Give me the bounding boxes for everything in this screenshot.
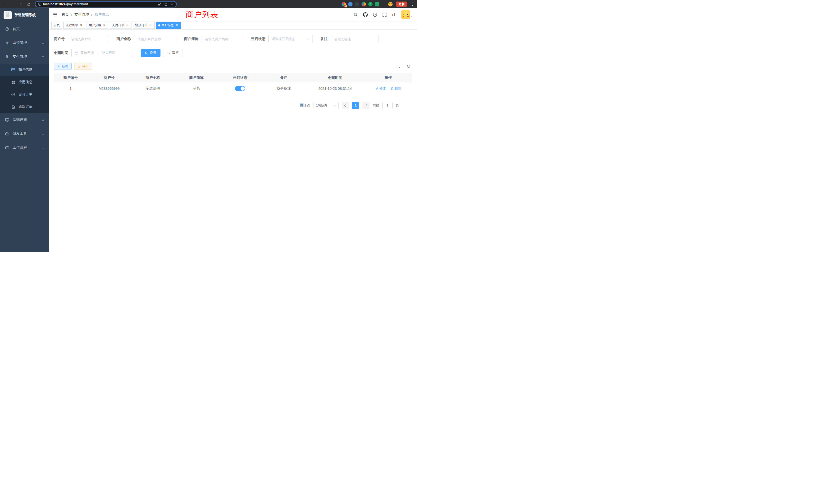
gear-icon	[5, 41, 9, 45]
grid-icon	[11, 80, 16, 84]
merchant-no-input[interactable]	[71, 37, 106, 41]
status-toggle[interactable]	[235, 86, 245, 91]
sidebar-item-payment[interactable]: ¥ 支付管理	[0, 50, 49, 64]
page-content: 商户号 商户全称 商户简称	[49, 30, 417, 252]
extension-translate-icon[interactable]	[361, 2, 366, 6]
extension-check-icon[interactable]	[368, 2, 373, 6]
help-icon[interactable]	[373, 13, 377, 17]
refresh-icon[interactable]	[405, 63, 412, 70]
tab-home[interactable]: 首页	[51, 22, 62, 29]
cell-full-name: 芋道源码	[131, 82, 175, 95]
tags-view-bar: 首页 流程表单× 用户分组× 支付订单× 退款订单× 商户信息×	[49, 21, 417, 30]
sidebar-item-workflow[interactable]: 工作流程	[0, 141, 49, 155]
delete-button[interactable]: 删除	[391, 86, 401, 91]
short-name-input[interactable]	[205, 37, 240, 41]
sidebar-item-merchant-info[interactable]: 商户信息	[0, 64, 49, 76]
close-icon[interactable]: ×	[126, 24, 129, 27]
merchant-table: 商户编号 商户号 商户全称 商户简称 开启状态 备注 创建时间 操作 1 M23…	[54, 73, 412, 95]
status-select[interactable]: 请选择开启状态	[268, 35, 313, 43]
sidebar-item-pay-order[interactable]: 支付订单	[0, 88, 49, 100]
tab-merchant-info[interactable]: 商户信息×	[156, 22, 181, 29]
user-avatar[interactable]	[401, 10, 413, 19]
close-icon[interactable]: ×	[79, 24, 83, 27]
browser-update-button[interactable]: 更新	[396, 2, 407, 7]
address-bar[interactable]: localhost:1024/pay/merchant ☆	[35, 1, 177, 7]
filter-row-2: 创建时间 开始日期 - 结束日期 搜索 重置	[54, 49, 412, 57]
extension-note-icon[interactable]	[375, 2, 379, 6]
url-path: /pay/merchant	[66, 2, 88, 6]
col-full-name: 商户全称	[131, 73, 175, 82]
share-icon[interactable]	[164, 2, 168, 6]
close-icon[interactable]: ×	[103, 24, 106, 27]
extension-monkey-icon[interactable]	[381, 2, 386, 6]
forward-icon[interactable]: →	[10, 1, 17, 7]
filter-row-1: 商户号 商户全称 商户简称	[54, 35, 412, 43]
pagination-total: 共 1 条	[300, 103, 310, 108]
font-size-icon[interactable]: TT	[392, 13, 396, 17]
chevron-down-icon	[42, 41, 44, 45]
close-icon[interactable]: ×	[149, 24, 152, 27]
full-name-input[interactable]	[137, 37, 173, 41]
remark-input[interactable]	[334, 37, 375, 41]
extension-emoji-icon[interactable]	[388, 2, 393, 6]
password-key-icon[interactable]	[158, 2, 161, 6]
chevron-down-icon	[307, 38, 310, 40]
col-merchant-no: 商户号	[87, 73, 131, 82]
tab-refund-order[interactable]: 退款订单×	[133, 22, 155, 29]
briefcase-icon	[5, 145, 9, 150]
tab-pay-order[interactable]: 支付订单×	[110, 22, 131, 29]
col-status: 开启状态	[218, 73, 262, 82]
breadcrumb-home[interactable]: 首页	[62, 12, 69, 17]
add-button[interactable]: 新增	[54, 63, 72, 70]
export-button[interactable]: 导出	[74, 63, 92, 70]
page-1-button[interactable]: 1	[352, 102, 359, 109]
reset-button[interactable]: 重置	[163, 49, 183, 57]
toggle-search-icon[interactable]	[395, 63, 401, 70]
col-create-time: 创建时间	[306, 73, 365, 82]
sidebar-item-refund-order[interactable]: 退款订单	[0, 100, 49, 113]
app-title: 芋道管理系统	[14, 13, 36, 18]
goto-page-input[interactable]	[382, 102, 393, 109]
site-info-icon[interactable]	[38, 3, 41, 6]
prev-page-button[interactable]	[342, 102, 349, 109]
col-remark: 备注	[262, 73, 306, 82]
edit-button[interactable]: 修改	[375, 86, 386, 91]
fullscreen-icon[interactable]	[382, 13, 387, 17]
date-range-picker[interactable]: 开始日期 - 结束日期	[71, 49, 133, 57]
table-header-row: 商户编号 商户号 商户全称 商户简称 开启状态 备注 创建时间 操作	[54, 73, 412, 82]
search-icon[interactable]	[354, 13, 358, 17]
sidebar-item-infrastructure[interactable]: 基础设施	[0, 113, 49, 127]
sidebar-item-system[interactable]: 系统管理	[0, 36, 49, 50]
home-icon[interactable]	[26, 1, 32, 7]
cell-remark: 我是备注	[262, 82, 306, 95]
tab-user-group[interactable]: 用户分组×	[87, 22, 108, 29]
sidebar-item-home[interactable]: 首页	[0, 22, 49, 36]
reload-icon[interactable]	[18, 1, 24, 7]
breadcrumb: 首页 / 支付管理 / 商户信息	[62, 12, 109, 17]
bookmark-star-icon[interactable]: ☆	[170, 2, 174, 6]
page-unit-label: 页	[396, 103, 399, 108]
yen-icon: ¥	[5, 54, 9, 59]
page-size-select[interactable]: 10条/页	[313, 102, 339, 109]
back-icon[interactable]: ←	[3, 1, 9, 7]
tab-process-form[interactable]: 流程表单×	[63, 22, 85, 29]
extension-colorwheel-icon[interactable]: 10	[342, 2, 346, 6]
sidebar-item-app-info[interactable]: 应用信息	[0, 76, 49, 88]
sidebar-item-dev-tools[interactable]: 研发工具	[0, 127, 49, 141]
browser-menu-icon[interactable]: ⋮	[411, 2, 414, 6]
short-name-label: 商户简称	[184, 37, 198, 41]
github-icon[interactable]	[363, 12, 368, 17]
document-icon	[11, 105, 16, 109]
extension-globe-icon[interactable]	[355, 2, 359, 6]
date-start-placeholder: 开始日期	[80, 50, 94, 55]
active-dot	[158, 24, 160, 26]
next-page-button[interactable]	[362, 102, 370, 109]
extension-drop-icon[interactable]	[348, 2, 353, 6]
app-logo[interactable]: 芋道管理系统	[0, 8, 49, 22]
dashboard-icon	[5, 27, 9, 31]
search-button[interactable]: 搜索	[141, 49, 160, 57]
close-icon[interactable]: ×	[175, 24, 179, 27]
hamburger-icon[interactable]	[53, 12, 58, 17]
goto-label: 前往	[373, 103, 379, 108]
breadcrumb-payment[interactable]: 支付管理	[74, 12, 89, 17]
